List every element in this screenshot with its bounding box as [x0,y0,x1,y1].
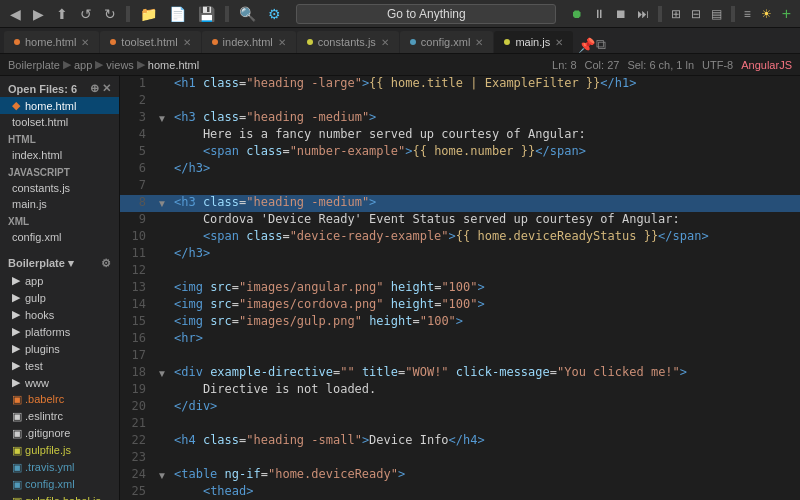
sel-info: Sel: 6 ch, 1 ln [627,59,694,71]
open-files-header: Open Files: 6 ⊕ ✕ [0,76,119,97]
line-number-9: 9 [120,212,156,229]
sidebar-file-eslintrc[interactable]: ▣ .eslintrc [0,408,119,425]
line-content-6: </h3> [170,161,800,178]
collapse-arrow-3[interactable]: ▼ [156,110,168,127]
collapse-arrow-24[interactable]: ▼ [156,467,168,484]
sidebar-folder-test[interactable]: ▶ test [0,357,119,374]
line-content-2 [170,93,800,110]
theme-btn[interactable]: ☀ [758,5,775,23]
line-content-11: </h3> [170,246,800,263]
sidebar-file-config-xml2[interactable]: ▣ config.xml [0,476,119,493]
sidebar-file-config-xml[interactable]: config.xml [0,229,119,245]
nav-up-btn[interactable]: ⬆ [52,4,72,24]
nav-back-btn[interactable]: ◀ [6,4,25,24]
menu-btn[interactable]: ≡ [741,5,754,23]
sidebar-folder-app[interactable]: ▶ app [0,272,119,289]
sidebar-folder-www[interactable]: ▶ www [0,374,119,391]
layout3-btn[interactable]: ▤ [708,5,725,23]
sidebar-folder-gulp[interactable]: ▶ gulp [0,289,119,306]
bc-views[interactable]: views [106,59,134,71]
sidebar-file-constants-js[interactable]: constants.js [0,180,119,196]
collapse-arrow-6 [156,161,168,178]
line-info: Ln: 8 Col: 27 Sel: 6 ch, 1 ln UTF-8 Angu… [552,59,792,71]
layout2-btn[interactable]: ⊟ [688,5,704,23]
line-content-14: <img src="images/cordova.png" height="10… [170,297,800,314]
bc-app[interactable]: app [74,59,92,71]
line-number-12: 12 [120,263,156,280]
code-line-3: 3▼<h3 class="heading -medium"> [120,110,800,127]
split-editor-btn[interactable]: ⧉ [596,36,606,53]
sidebar-file-home-html[interactable]: ◆ home.html [0,97,119,114]
sidebar-file-main-js[interactable]: main.js [0,196,119,212]
tab-main-js[interactable]: main.js ✕ [494,31,573,53]
search-btn[interactable]: 🔍 [235,4,260,24]
file-btn-2[interactable]: 📄 [165,4,190,24]
boilerplate-header[interactable]: Boilerplate ▾ ⚙ [0,251,119,272]
layout1-btn[interactable]: ⊞ [668,5,684,23]
main-area: Open Files: 6 ⊕ ✕ ◆ home.html toolset.ht… [0,76,800,500]
collapse-arrow-5 [156,144,168,161]
code-editor[interactable]: 1<h1 class="heading -large">{{ home.titl… [120,76,800,500]
nav-refresh-btn[interactable]: ↺ [76,4,96,24]
tab-label-main: main.js [515,36,550,48]
tab-close-main[interactable]: ✕ [555,37,563,48]
sidebar-file-index-html[interactable]: index.html [0,147,119,163]
tab-dot-toolset [110,39,116,45]
nav-redo-btn[interactable]: ↻ [100,4,120,24]
tab-close-home[interactable]: ✕ [81,37,89,48]
stop-btn[interactable]: ⏹ [612,5,630,23]
code-line-4: 4 Here is a fancy number served up court… [120,127,800,144]
sidebar-file-babelrc[interactable]: ▣ .babelrc [0,391,119,408]
line-number-10: 10 [120,229,156,246]
collapse-arrow-4 [156,127,168,144]
sidebar-folder-plugins[interactable]: ▶ plugins [0,340,119,357]
code-line-5: 5 <span class="number-example">{{ home.n… [120,144,800,161]
tab-constants-js[interactable]: constants.js ✕ [297,31,399,53]
line-number-16: 16 [120,331,156,348]
sidebar-file-gulpfile[interactable]: ▣ gulpfile.js [0,442,119,459]
file-btn-3[interactable]: 💾 [194,4,219,24]
tab-dot-config [410,39,416,45]
title-bar [289,4,564,24]
line-content-12 [170,263,800,280]
collapse-arrow-18[interactable]: ▼ [156,365,168,382]
step-btn[interactable]: ⏭ [634,5,652,23]
sidebar-file-travis[interactable]: ▣ .travis.yml [0,459,119,476]
open-files-gear[interactable]: ⊕ ✕ [90,82,111,95]
sidebar-file-toolset-html[interactable]: toolset.html [0,114,119,130]
line-content-15: <img src="images/gulp.png" height="100"> [170,314,800,331]
tab-home-html[interactable]: home.html ✕ [4,31,99,53]
tab-close-toolset[interactable]: ✕ [183,37,191,48]
nav-forward-btn[interactable]: ▶ [29,4,48,24]
tab-close-constants[interactable]: ✕ [381,37,389,48]
file-btn-1[interactable]: 📁 [136,4,161,24]
sidebar-folder-hooks[interactable]: ▶ hooks [0,306,119,323]
collapse-arrow-23 [156,450,168,467]
line-number-1: 1 [120,76,156,93]
tab-toolset-html[interactable]: toolset.html ✕ [100,31,200,53]
code-line-15: 15<img src="images/gulp.png" height="100… [120,314,800,331]
add-btn[interactable]: + [779,3,794,25]
pin-tab-btn[interactable]: 📌 [578,37,595,53]
tab-close-config[interactable]: ✕ [475,37,483,48]
line-content-1: <h1 class="heading -large">{{ home.title… [170,76,800,93]
bc-boilerplate[interactable]: Boilerplate [8,59,60,71]
sidebar-file-gulpfile-babel[interactable]: ▣ gulpfile.babel.js [0,493,119,500]
goto-input[interactable] [296,4,556,24]
sidebar-file-gitignore[interactable]: ▣ .gitignore [0,425,119,442]
line-number-14: 14 [120,297,156,314]
bc-home-html[interactable]: home.html [148,59,199,71]
tab-close-index[interactable]: ✕ [278,37,286,48]
tab-config-xml[interactable]: config.xml ✕ [400,31,494,53]
boilerplate-gear[interactable]: ⚙ [101,257,111,270]
tab-index-html[interactable]: index.html ✕ [202,31,296,53]
code-line-7: 7 [120,178,800,195]
collapse-arrow-8[interactable]: ▼ [156,195,168,212]
collapse-arrow-16 [156,331,168,348]
run-btn[interactable]: ⏺ [568,5,586,23]
top-icons: ⏺ ⏸ ⏹ ⏭ ⊞ ⊟ ▤ ≡ ☀ + [568,3,794,25]
sidebar-folder-platforms[interactable]: ▶ platforms [0,323,119,340]
pause-btn[interactable]: ⏸ [590,5,608,23]
line-content-5: <span class="number-example">{{ home.num… [170,144,800,161]
settings-btn[interactable]: ⚙ [264,4,285,24]
